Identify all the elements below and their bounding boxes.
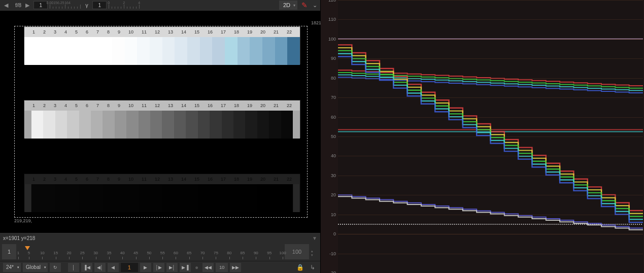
play-button[interactable]: ▶ — [140, 263, 151, 272]
step-number: 6 — [86, 103, 88, 108]
jump-fwd-button[interactable]: ▶▶ — [230, 263, 241, 272]
playhead-icon[interactable] — [25, 246, 30, 250]
scope-panel: 1201101009080706050403020100-10-20 — [321, 0, 644, 273]
step-number: 19 — [247, 103, 252, 108]
step-number: 21 — [274, 177, 279, 182]
step-number: 22 — [287, 103, 292, 108]
timeline-track[interactable]: 1510152025303540455055606570758085909510… — [18, 244, 283, 259]
step-number: 5 — [75, 103, 78, 108]
step-number: 13 — [168, 29, 173, 35]
frame-end-box[interactable]: 100 — [285, 244, 309, 259]
step-number: 4 — [64, 103, 67, 108]
cursor-coords: x=1901 y=218 — [3, 235, 35, 241]
out-icon[interactable]: ↳ — [308, 264, 317, 271]
step-back-button[interactable]: ◀ — [108, 263, 119, 272]
fstop-ruler[interactable]: 0.00156.25164 — [50, 2, 80, 9]
scope-plot[interactable] — [338, 0, 643, 273]
step-number: 8 — [107, 29, 110, 35]
step-number: 17 — [221, 29, 226, 35]
step-number: 15 — [194, 177, 199, 182]
first-frame-button[interactable]: ▐◀ — [81, 263, 92, 272]
step-number: 19 — [247, 29, 252, 35]
frame-start-box[interactable]: 1 — [2, 244, 16, 259]
selection-box: 1821 219,219, 12345678910111213141516171… — [14, 26, 308, 218]
step-number: 10 — [128, 29, 133, 35]
step-number: 11 — [142, 177, 147, 182]
step-number: 16 — [208, 177, 213, 182]
last-frame-button[interactable]: ▶▐ — [180, 263, 191, 272]
left-panel: ◀ f/8 ▶ 0.00156.25164 γ 024 2D ✎ ⌄ 1821 … — [0, 0, 321, 273]
step-number: 12 — [155, 177, 160, 182]
step-number: 12 — [155, 103, 160, 108]
image-viewer[interactable]: 1821 219,219, 12345678910111213141516171… — [0, 10, 320, 233]
step-number: 2 — [43, 103, 46, 108]
next-frame-icon[interactable]: ▶ — [23, 1, 31, 9]
step-number: 13 — [168, 177, 173, 182]
prev-frame-icon[interactable]: ◀ — [2, 1, 10, 9]
step-number: 22 — [287, 29, 292, 35]
gamma-input[interactable] — [92, 1, 107, 9]
jump-back-button[interactable]: ◀◀ — [202, 263, 214, 272]
step-number: 15 — [194, 103, 199, 108]
strip-mid: 12345678910111213141516171819202122 — [24, 100, 300, 138]
step-number: 18 — [234, 29, 239, 35]
step-number: 4 — [64, 177, 67, 182]
prev-key-button[interactable]: ◀│ — [94, 263, 106, 272]
step-number: 21 — [274, 29, 279, 35]
step-number: 20 — [260, 29, 265, 35]
step-number: 16 — [208, 103, 213, 108]
loop-button[interactable]: ↻ — [50, 263, 61, 272]
step-number: 21 — [274, 103, 279, 108]
step-number: 1 — [32, 29, 35, 35]
step-number: 11 — [142, 29, 147, 35]
step-number: 15 — [194, 29, 199, 35]
step-number: 10 — [128, 177, 133, 182]
gamma-ruler[interactable]: 024 — [109, 2, 139, 9]
pin-icon[interactable]: ✎ — [299, 1, 310, 9]
step-fwd-button[interactable]: │▶ — [153, 263, 164, 272]
view-mode-dropdown[interactable]: 2D — [279, 1, 297, 10]
range-stepper[interactable]: ▴▾ — [311, 246, 318, 261]
fps-dropdown[interactable]: 24* — [3, 263, 21, 272]
step-number: 17 — [221, 177, 226, 182]
step-number: 3 — [54, 29, 56, 35]
step-number: 16 — [208, 29, 213, 35]
step-number: 11 — [142, 103, 147, 108]
fstop-input[interactable] — [33, 1, 48, 9]
current-frame-display[interactable]: 1 — [121, 263, 138, 272]
status-dropdown-icon[interactable]: ▼ — [312, 235, 317, 241]
scope-y-axis: 1201101009080706050403020100-10-20 — [321, 0, 338, 273]
strip-bot: 12345678910111213141516171819202122 — [24, 174, 300, 212]
step-number: 20 — [260, 103, 265, 108]
scope-dropdown[interactable]: Global — [23, 263, 48, 272]
step-number: 7 — [96, 103, 99, 108]
jump-amount[interactable]: 10 — [216, 263, 228, 272]
step-number: 2 — [43, 177, 46, 182]
timeline: 1 15101520253035404550556065707580859095… — [0, 243, 320, 261]
step-number: 20 — [260, 177, 265, 182]
strip-top: 12345678910111213141516171819202122 — [24, 26, 300, 64]
step-number: 14 — [181, 29, 186, 35]
step-number: 3 — [54, 177, 56, 182]
step-number: 9 — [118, 103, 120, 108]
next-key-button[interactable]: ▶│ — [166, 263, 178, 272]
step-number: 5 — [75, 29, 78, 35]
expand-icon[interactable]: ⌄ — [312, 2, 318, 9]
step-number: 1 — [32, 103, 35, 108]
step-number: 6 — [86, 29, 88, 35]
step-number: 13 — [168, 103, 173, 108]
gamma-label: γ — [85, 2, 90, 8]
transport-bar: 24* Global ↻ │ ▐◀ ◀│ ◀ 1 ▶ │▶ ▶│ ▶▐ ● ◀◀… — [0, 261, 320, 273]
step-number: 5 — [75, 177, 78, 182]
viewer-toolbar: ◀ f/8 ▶ 0.00156.25164 γ 024 2D ✎ ⌄ — [0, 0, 320, 10]
step-number: 19 — [247, 177, 252, 182]
record-icon[interactable]: ● — [193, 264, 200, 271]
step-number: 7 — [96, 29, 99, 35]
step-number: 9 — [118, 177, 120, 182]
lock-icon[interactable]: 🔒 — [294, 264, 306, 271]
in-point-button[interactable]: │ — [68, 263, 79, 272]
step-number: 18 — [234, 177, 239, 182]
step-number: 7 — [96, 177, 99, 182]
step-number: 2 — [43, 29, 46, 35]
status-bar: x=1901 y=218 ▼ — [0, 233, 320, 243]
